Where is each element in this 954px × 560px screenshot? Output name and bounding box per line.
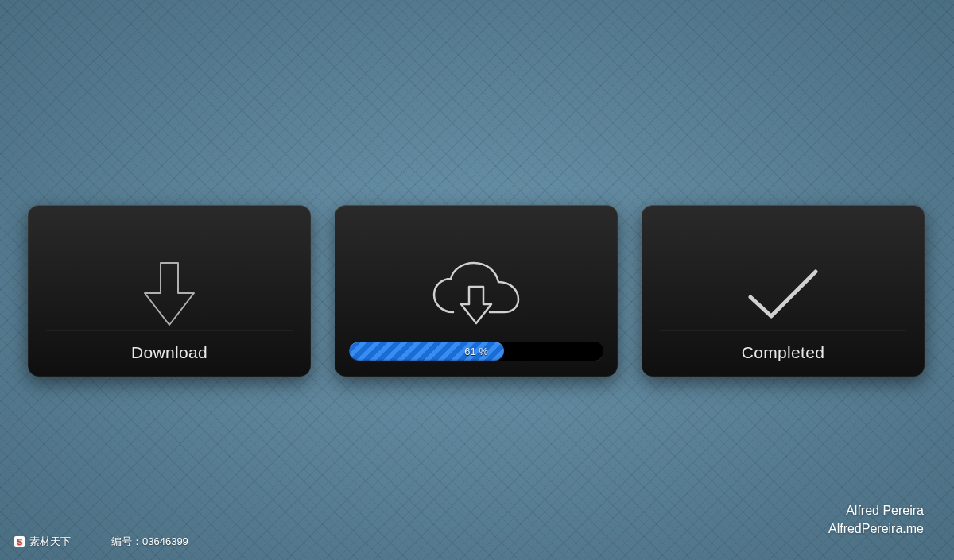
completed-label: Completed <box>642 343 925 362</box>
cloud-download-icon <box>425 258 528 331</box>
card-divider <box>660 330 906 330</box>
watermark-brand: S 素材天下 <box>14 535 71 549</box>
progress-text: 61 % <box>349 342 603 361</box>
credit-site: AlfredPereira.me <box>828 520 924 538</box>
download-card[interactable]: Download <box>28 205 311 377</box>
watermark-id: 编号：03646399 <box>111 535 188 549</box>
progress-bar: 61 % <box>349 342 603 361</box>
card-row: Download 61 % Completed <box>28 205 925 377</box>
completed-card[interactable]: Completed <box>642 205 925 377</box>
watermark-logo-icon: S <box>14 536 25 547</box>
card-divider <box>46 330 293 330</box>
watermark-brand-text: 素材天下 <box>29 535 71 549</box>
watermark-id-label: 编号： <box>111 535 142 547</box>
credit-text: Alfred Pereira AlfredPereira.me <box>828 502 924 538</box>
download-arrow-icon <box>138 258 200 331</box>
checkmark-icon <box>739 261 827 329</box>
progress-card[interactable]: 61 % <box>335 205 618 377</box>
download-label: Download <box>28 343 311 362</box>
watermark-id-value: 03646399 <box>142 535 188 547</box>
credit-name: Alfred Pereira <box>828 502 924 519</box>
